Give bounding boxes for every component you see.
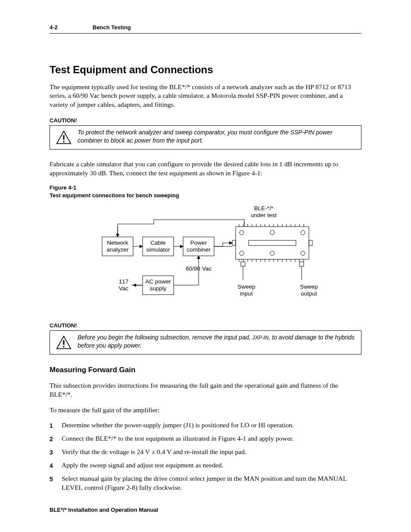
svg-text:combiner: combiner	[187, 246, 211, 253]
footer-text: BLE*/* Installation and Operation Manual	[50, 507, 158, 513]
figure-number: Figure 4-1	[50, 184, 76, 191]
svg-point-71	[63, 346, 65, 348]
svg-point-1	[63, 141, 65, 143]
svg-point-40	[270, 251, 274, 255]
diagram-device-sublabel: under test	[251, 212, 277, 218]
caution-box-2: Before you begin the following subsectio…	[50, 330, 361, 355]
diagram-device-label: BLE-*/*	[254, 205, 274, 212]
figure-caption: Test equipment connections for bench swe…	[50, 192, 179, 199]
subsection-intro: This subsection provides instructions fo…	[50, 381, 361, 399]
caution-box-1: To protect the network analyzer and swee…	[50, 125, 361, 149]
intro-paragraph: The equipment typically used for testing…	[50, 83, 361, 110]
step-2: Connect the BLE*/* to the test equipment…	[50, 434, 361, 443]
svg-rect-41	[249, 240, 296, 246]
svg-rect-43	[299, 262, 304, 266]
svg-text:Sweep: Sweep	[237, 283, 255, 290]
caution-text-2: Before you begin the following subsectio…	[74, 333, 358, 350]
svg-text:simulator: simulator	[146, 246, 170, 253]
svg-text:Power: Power	[190, 240, 207, 246]
svg-text:Vac: Vac	[119, 285, 129, 292]
warning-triangle-icon	[53, 333, 74, 352]
svg-text:Cable: Cable	[150, 240, 165, 246]
svg-text:60/90 Vac: 60/90 Vac	[186, 265, 212, 272]
svg-point-38	[301, 251, 305, 255]
svg-rect-42	[241, 262, 245, 266]
caution-label-2: CAUTION!	[50, 322, 361, 329]
step-5: Select manual gain by placing the drive …	[50, 474, 361, 492]
svg-text:Sweep: Sweep	[300, 283, 318, 290]
steps-list: Determine whether the power-supply jumpe…	[50, 421, 361, 492]
running-header: 4-2 Bench Testing	[50, 24, 361, 34]
svg-text:output: output	[301, 290, 317, 297]
svg-rect-2	[236, 227, 309, 259]
step-3: Verify that the dc voltage is 24 V ± 0.4…	[50, 448, 361, 457]
svg-text:supply: supply	[149, 285, 166, 292]
connection-diagram: BLE-*/* under test	[85, 202, 326, 314]
warning-triangle-icon	[53, 128, 74, 146]
section-name: Bench Testing	[93, 24, 131, 31]
subsection-lead: To measure the full gain of the amplifie…	[50, 406, 361, 415]
svg-text:Network: Network	[107, 240, 128, 246]
page-title: Test Equipment and Connections	[50, 64, 361, 76]
svg-point-37	[240, 251, 244, 255]
svg-text:analyzer: analyzer	[106, 246, 129, 253]
caution-label-1: CAUTION!	[50, 117, 361, 124]
caution-text-1: To protect the network analyzer and swee…	[74, 128, 358, 145]
figure-label: Figure 4-1 Test equipment connections fo…	[50, 184, 361, 199]
svg-text:AC power: AC power	[145, 278, 171, 285]
svg-rect-0	[63, 135, 64, 140]
subsection-title: Measuring Forward Gain	[50, 366, 361, 374]
svg-point-35	[240, 230, 244, 235]
svg-text:117: 117	[119, 278, 129, 285]
svg-rect-44	[232, 240, 236, 246]
step-1: Determine whether the power-supply jumpe…	[50, 421, 361, 430]
svg-rect-45	[309, 240, 312, 246]
svg-text:input: input	[240, 290, 253, 297]
svg-rect-70	[63, 340, 64, 345]
diagram-device	[232, 224, 312, 266]
page-number: 4-2	[50, 24, 93, 31]
fabricate-paragraph: Fabricate a cable simulator that you can…	[50, 160, 361, 178]
svg-point-36	[301, 230, 305, 235]
svg-point-39	[270, 230, 274, 235]
step-4: Apply the sweep signal and adjust test e…	[50, 461, 361, 470]
